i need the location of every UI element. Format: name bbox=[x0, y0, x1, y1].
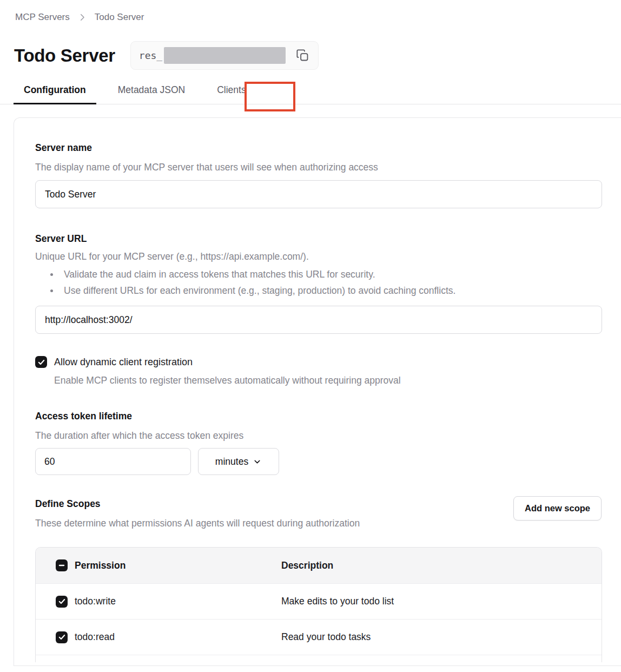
server-name-input[interactable] bbox=[35, 180, 602, 208]
server-name-field: Server name The display name of your MCP… bbox=[35, 142, 602, 208]
table-row: todo:read Read your todo tasks bbox=[36, 619, 602, 655]
tab-metadata-json[interactable]: Metadata JSON bbox=[108, 84, 196, 104]
token-lifetime-input[interactable] bbox=[35, 448, 191, 475]
breadcrumb-todo-server: Todo Server bbox=[95, 12, 144, 23]
resource-id-prefix: res_ bbox=[139, 50, 162, 61]
dynamic-registration-description: Enable MCP clients to register themselve… bbox=[54, 374, 602, 386]
permission-column-header: Permission bbox=[75, 560, 125, 571]
dynamic-registration-field: Allow dynamic client registration Enable… bbox=[35, 356, 602, 386]
server-url-tip-text: Validate the aud claim in access tokens … bbox=[64, 266, 375, 282]
scope-permission: todo:read bbox=[75, 631, 115, 643]
description-column-header: Description bbox=[281, 560, 602, 571]
scopes-section-header: Define Scopes These determine what permi… bbox=[35, 498, 602, 529]
scope-checkbox[interactable] bbox=[56, 596, 68, 608]
token-lifetime-unit-value: minutes bbox=[215, 456, 248, 467]
token-lifetime-unit-select[interactable]: minutes bbox=[198, 448, 279, 475]
scopes-table: Permission Description todo:write Make e… bbox=[35, 547, 602, 662]
server-url-label: Server URL bbox=[35, 233, 602, 245]
scope-description: Make edits to your todo list bbox=[281, 596, 602, 607]
token-lifetime-field: Access token lifetime The duration after… bbox=[35, 410, 602, 475]
server-url-tip: Validate the aud claim in access tokens … bbox=[35, 266, 602, 282]
chevron-down-icon bbox=[253, 457, 262, 466]
server-url-description: Unique URL for your MCP server (e.g., ht… bbox=[35, 251, 602, 262]
dynamic-registration-checkbox[interactable] bbox=[35, 356, 47, 368]
configuration-panel: Server name The display name of your MCP… bbox=[14, 117, 621, 666]
tab-configuration[interactable]: Configuration bbox=[14, 84, 96, 104]
tab-bar: Configuration Metadata JSON Clients bbox=[0, 84, 621, 104]
server-url-tips: Validate the aud claim in access tokens … bbox=[35, 266, 602, 299]
tab-clients[interactable]: Clients bbox=[207, 84, 256, 104]
scope-checkbox[interactable] bbox=[56, 631, 68, 643]
table-row: todo:write Make edits to your todo list bbox=[36, 583, 602, 619]
token-lifetime-label: Access token lifetime bbox=[35, 410, 602, 422]
scopes-description: These determine what permissions AI agen… bbox=[35, 517, 360, 529]
scope-permission: todo:write bbox=[75, 596, 116, 607]
add-new-scope-button[interactable]: Add new scope bbox=[513, 496, 602, 521]
bullet-dot-icon bbox=[50, 273, 53, 276]
page-header: Todo Server res_ bbox=[14, 41, 621, 70]
server-name-label: Server name bbox=[35, 142, 602, 154]
select-all-checkbox[interactable] bbox=[56, 559, 68, 571]
dynamic-registration-label[interactable]: Allow dynamic client registration bbox=[54, 357, 193, 368]
page-title: Todo Server bbox=[14, 45, 115, 66]
server-url-tip-text: Use different URLs for each environment … bbox=[64, 282, 455, 299]
breadcrumb: MCP Servers Todo Server bbox=[0, 0, 621, 23]
breadcrumb-mcp-servers[interactable]: MCP Servers bbox=[15, 12, 70, 23]
server-url-tip: Use different URLs for each environment … bbox=[35, 282, 602, 299]
chevron-right-icon bbox=[77, 12, 87, 22]
resource-id-chip: res_ bbox=[130, 41, 319, 70]
server-url-field: Server URL Unique URL for your MCP serve… bbox=[35, 233, 602, 334]
token-lifetime-description: The duration after which the access toke… bbox=[35, 430, 602, 442]
scope-description: Read your todo tasks bbox=[281, 631, 602, 643]
bullet-dot-icon bbox=[50, 289, 53, 292]
copy-icon[interactable] bbox=[295, 48, 310, 63]
scopes-table-header-row: Permission Description bbox=[36, 548, 602, 583]
scopes-label: Define Scopes bbox=[35, 498, 360, 510]
server-url-input[interactable] bbox=[35, 306, 602, 334]
table-row-cutoff bbox=[36, 655, 602, 662]
resource-id-redacted-value bbox=[164, 47, 286, 64]
server-name-description: The display name of your MCP server that… bbox=[35, 161, 602, 173]
